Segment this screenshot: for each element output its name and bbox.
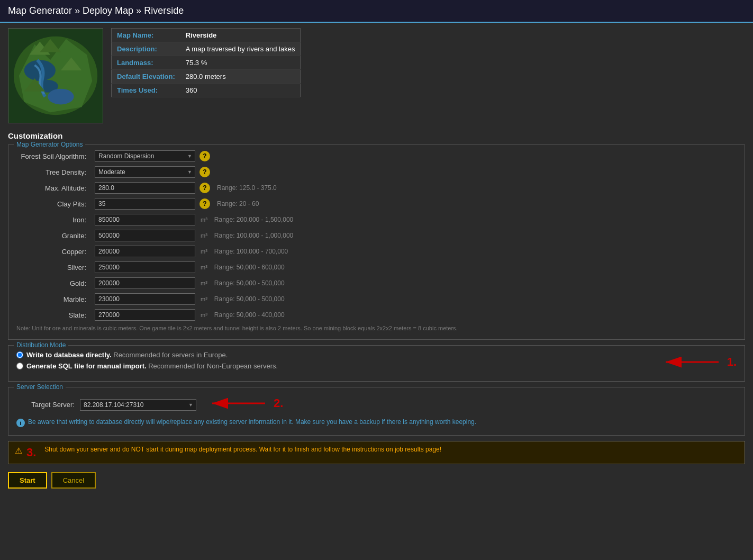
sql-file-row: Generate SQL file for manual import. Rec… [16, 362, 655, 370]
marble-unit: m³ [201, 296, 207, 302]
granite-label: Granite: [16, 232, 90, 240]
info-icon: i [16, 419, 25, 427]
times-used-label: Times Used: [112, 84, 180, 97]
server-selection-panel: Server Selection Target Server: 82.208.1… [8, 387, 745, 436]
annotation-arrow-2 [207, 393, 270, 414]
iron-row: Iron: m³ Range: 200,000 - 1,500,000 [16, 214, 737, 225]
sql-file-label: Generate SQL file for manual import. Rec… [26, 362, 278, 370]
gold-unit: m³ [201, 280, 207, 286]
iron-label: Iron: [16, 216, 90, 224]
map-generator-panel: Map Generator Options Forest Soil Algori… [8, 144, 745, 340]
target-server-select-wrapper[interactable]: 82.208.17.104:27310 [80, 399, 196, 411]
forest-soil-label: Forest Soil Algorithm: [16, 152, 90, 160]
svg-point-5 [48, 89, 74, 105]
info-text: Be aware that writing to database direct… [28, 418, 476, 426]
write-db-row: Write to database directly. Recommended … [16, 351, 655, 359]
max-altitude-help[interactable]: ? [199, 183, 210, 193]
info-box: i Be aware that writing to database dire… [16, 418, 737, 427]
top-bar: Map Generator » Deploy Map » Riverside [0, 0, 753, 23]
tree-density-help[interactable]: ? [199, 167, 210, 177]
landmass-label: Landmass: [112, 56, 180, 70]
marble-label: Marble: [16, 295, 90, 303]
distribution-mode-title: Distribution Mode [14, 341, 68, 349]
cancel-button[interactable]: Cancel [51, 472, 96, 489]
slate-unit: m³ [201, 312, 207, 318]
tree-density-select-wrapper[interactable]: Low Moderate High Very High [95, 166, 195, 178]
gold-row: Gold: m³ Range: 50,000 - 500,000 [16, 277, 737, 289]
copper-label: Copper: [16, 248, 90, 256]
target-server-label: Target Server: [16, 401, 75, 409]
write-db-label: Write to database directly. Recommended … [26, 351, 228, 359]
marble-row: Marble: m³ Range: 50,000 - 500,000 [16, 293, 737, 305]
tree-density-label: Tree Density: [16, 168, 90, 176]
description-value: A map traversed by rivers and lakes [180, 42, 301, 56]
elevation-label: Default Elevation: [112, 70, 180, 84]
map-name-value: Riverside [180, 29, 301, 42]
copper-input[interactable] [95, 246, 195, 257]
elevation-value: 280.0 meters [180, 70, 301, 84]
granite-unit: m³ [201, 232, 207, 239]
landmass-value: 75.3 % [180, 56, 301, 70]
annotation-label-2: 2. [274, 396, 283, 410]
button-row: Start Cancel [8, 469, 745, 491]
warning-box: ⚠ 3. Shut down your server and do NOT st… [8, 441, 745, 464]
copper-unit: m³ [201, 248, 207, 255]
iron-input[interactable] [95, 214, 195, 225]
max-altitude-label: Max. Altitude: [16, 184, 90, 192]
granite-input[interactable] [95, 230, 195, 241]
max-altitude-input[interactable]: 280.0 [95, 182, 195, 194]
clay-pits-range: Range: 20 - 60 [217, 200, 259, 207]
clay-pits-row: Clay Pits: ? Range: 20 - 60 [16, 198, 737, 210]
silver-input[interactable] [95, 261, 195, 273]
description-label: Description: [112, 42, 180, 56]
forest-soil-select-wrapper[interactable]: Random Dispersion Uniform Clustered [95, 150, 195, 162]
map-details-table: Map Name: Riverside Description: A map t… [111, 28, 301, 97]
iron-range: Range: 200,000 - 1,500,000 [214, 216, 293, 223]
gold-range: Range: 50,000 - 500,000 [214, 279, 285, 287]
max-altitude-row: Max. Altitude: 280.0 ? Range: 125.0 - 37… [16, 182, 737, 194]
distribution-mode-panel: Distribution Mode Write to database dire… [8, 345, 745, 382]
map-thumbnail [8, 28, 103, 123]
customization-section: Customization Map Generator Options Fore… [8, 131, 745, 491]
annotation-arrow-1 [660, 351, 724, 373]
target-server-select[interactable]: 82.208.17.104:27310 [80, 399, 196, 411]
silver-range: Range: 50,000 - 600,000 [214, 264, 285, 271]
silver-unit: m³ [201, 264, 207, 270]
slate-label: Slate: [16, 311, 90, 319]
iron-unit: m³ [201, 216, 207, 223]
forest-soil-help[interactable]: ? [199, 151, 210, 161]
target-server-row: Target Server: 82.208.17.104:27310 [16, 399, 196, 411]
slate-range: Range: 50,000 - 400,000 [214, 311, 285, 319]
marble-input[interactable] [95, 293, 195, 305]
write-db-radio[interactable] [16, 351, 23, 358]
marble-range: Range: 50,000 - 500,000 [214, 295, 285, 303]
sql-file-radio[interactable] [16, 363, 23, 369]
map-name-label: Map Name: [112, 29, 180, 42]
forest-soil-select[interactable]: Random Dispersion Uniform Clustered [95, 150, 195, 162]
copper-row: Copper: m³ Range: 100,000 - 700,000 [16, 246, 737, 257]
silver-label: Silver: [16, 264, 90, 272]
server-selection-title: Server Selection [14, 383, 66, 391]
clay-pits-input[interactable] [95, 198, 195, 210]
clay-pits-label: Clay Pits: [16, 200, 90, 208]
annotation-label-1: 1. [727, 355, 737, 369]
forest-soil-row: Forest Soil Algorithm: Random Dispersion… [16, 150, 737, 162]
granite-row: Granite: m³ Range: 100,000 - 1,000,000 [16, 230, 737, 241]
tree-density-select[interactable]: Low Moderate High Very High [95, 166, 195, 178]
warning-icon: ⚠ [15, 446, 22, 456]
clay-pits-help[interactable]: ? [199, 198, 210, 209]
map-generator-panel-title: Map Generator Options [14, 141, 85, 148]
slate-input[interactable] [95, 309, 195, 321]
max-altitude-range: Range: 125.0 - 375.0 [217, 184, 277, 192]
slate-row: Slate: m³ Range: 50,000 - 400,000 [16, 309, 737, 321]
annotation-label-3: 3. [26, 446, 36, 459]
gold-input[interactable] [95, 277, 195, 289]
ore-note: Note: Unit for ore and minerals is cubic… [16, 325, 737, 331]
tree-density-row: Tree Density: Low Moderate High Very Hig… [16, 166, 737, 178]
gold-label: Gold: [16, 279, 90, 287]
warning-text: Shut down your server and do NOT start i… [44, 446, 441, 453]
customization-title: Customization [8, 131, 745, 140]
granite-range: Range: 100,000 - 1,000,000 [214, 232, 293, 239]
start-button[interactable]: Start [8, 472, 47, 489]
copper-range: Range: 100,000 - 700,000 [214, 248, 288, 255]
